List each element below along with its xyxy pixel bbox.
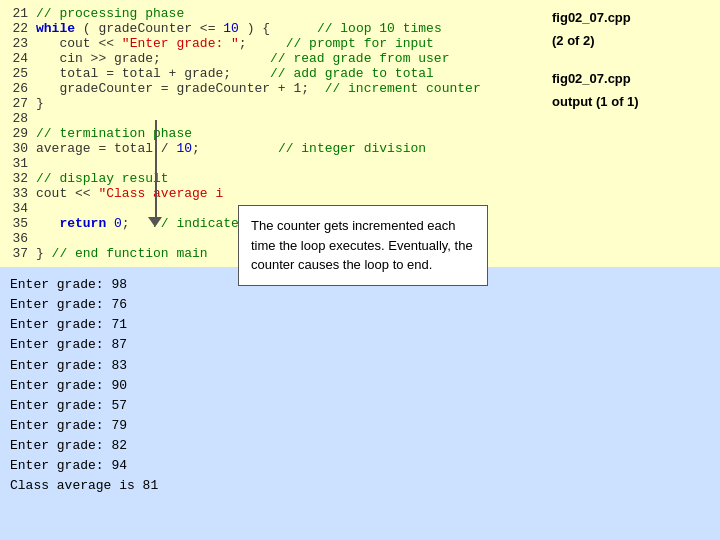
line-number: 34 [0,201,36,216]
code-line: 31 [0,156,720,171]
sidebar-file1: fig02_07.cpp [552,10,708,25]
arrow-head [148,217,162,227]
output-line: Enter grade: 79 [10,416,710,436]
output-line: Enter grade: 82 [10,436,710,456]
line-code: // termination phase [36,126,720,141]
output-panel: Enter grade: 98Enter grade: 76Enter grad… [0,267,720,540]
line-number: 35 [0,216,36,231]
line-number: 22 [0,21,36,36]
line-number: 27 [0,96,36,111]
output-line: Enter grade: 83 [10,356,710,376]
code-line: 32// display result [0,171,720,186]
line-number: 28 [0,111,36,126]
line-number: 29 [0,126,36,141]
line-number: 23 [0,36,36,51]
output-line: Enter grade: 57 [10,396,710,416]
output-line: Enter grade: 71 [10,315,710,335]
line-number: 25 [0,66,36,81]
line-number: 37 [0,246,36,261]
line-number: 24 [0,51,36,66]
code-line: 33cout << "Class average i [0,186,720,201]
code-line: 29// termination phase [0,126,720,141]
sidebar-file1sub: (2 of 2) [552,33,708,48]
line-number: 30 [0,141,36,156]
output-line: Enter grade: 90 [10,376,710,396]
sidebar-file2sub: output (1 of 1) [552,94,708,109]
code-line: 30average = total / 10; // integer divis… [0,141,720,156]
line-number: 26 [0,81,36,96]
output-line: Class average is 81 [10,476,710,496]
sidebar-file2: fig02_07.cpp [552,71,708,86]
line-code [36,156,720,171]
tooltip-text: The counter gets incremented each time t… [251,218,473,272]
line-code: cout << "Class average i [36,186,720,201]
tooltip-box: The counter gets incremented each time t… [238,205,488,286]
output-line: Enter grade: 87 [10,335,710,355]
line-number: 31 [0,156,36,171]
line-number: 33 [0,186,36,201]
output-line: Enter grade: 94 [10,456,710,476]
line-number: 21 [0,6,36,21]
line-code: average = total / 10; // integer divisio… [36,141,720,156]
sidebar: fig02_07.cpp (2 of 2) fig02_07.cpp outpu… [540,0,720,127]
line-code: // display result [36,171,720,186]
code-panel: 21// processing phase22while ( gradeCoun… [0,0,720,267]
line-number: 32 [0,171,36,186]
arrow-line [155,120,157,220]
output-lines: Enter grade: 98Enter grade: 76Enter grad… [10,275,710,497]
output-line: Enter grade: 76 [10,295,710,315]
line-number: 36 [0,231,36,246]
